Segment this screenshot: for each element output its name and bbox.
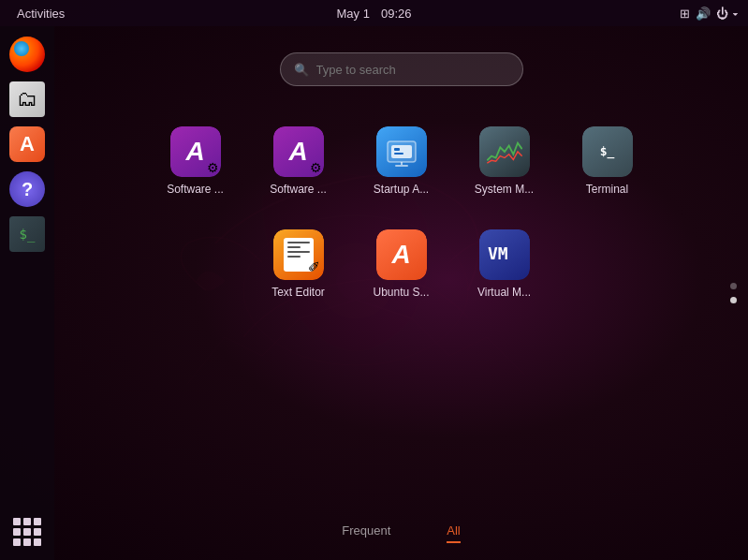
topbar-date: May 1 [337,7,370,21]
app-label-startup: Startup A... [374,183,429,196]
ubuntu-software-icon: A [376,229,427,280]
topbar-left: Activities [9,0,72,26]
app-label-virtualbox: Virtual M... [477,286,531,299]
search-bar[interactable]: 🔍 [280,52,523,86]
dock-item-terminal[interactable]: $_ [7,214,48,255]
app-row-1: A ⚙ Software ... A ⚙ Software ... [149,114,654,208]
help-icon: ? [9,171,45,207]
dock-bottom [7,511,48,560]
topbar-time: 09:26 [381,7,412,21]
page-dot-2[interactable] [730,297,737,303]
dock-item-software[interactable]: A [7,124,48,165]
volume-icon[interactable]: 🔊 [696,7,711,21]
startup-apps-icon [376,126,427,177]
power-icon[interactable]: ⏻ ▾ [716,7,739,21]
dock: A ? $_ [0,26,54,560]
app-item-terminal[interactable]: $_ Terminal [561,114,654,208]
bottom-tabs: Frequent All [54,523,748,543]
app-label-terminal: Terminal [586,183,628,196]
app-item-system-monitor[interactable]: System M... [458,114,551,208]
search-input[interactable] [316,63,509,77]
app-item-startup[interactable]: Startup A... [355,114,448,208]
terminal-icon: $_ [582,126,633,177]
grid-dot [13,518,21,525]
dock-item-firefox[interactable] [7,34,48,75]
svg-text:VM: VM [488,243,508,263]
app-item-virtualbox[interactable]: VM Virtual M... [458,217,551,311]
files-icon [9,81,45,117]
network-icon[interactable]: ⊞ [680,7,690,21]
app-item-text-editor[interactable]: ✏ Text Editor [252,217,345,311]
app-item-software-updater[interactable]: A ⚙ Software ... [149,114,242,208]
tab-all[interactable]: All [447,523,460,543]
grid-dot [23,528,31,536]
virtualbox-icon: VM [479,229,530,280]
topbar: Activities May 1 09:26 ⊞ 🔊 ⏻ ▾ [0,0,748,26]
grid-dot [34,528,41,536]
svg-rect-4 [391,145,412,158]
page-dots [730,283,737,303]
app-overlay: 🔍 A ⚙ Software ... A [54,26,748,560]
app-grid: A ⚙ Software ... A ⚙ Software ... [149,114,654,311]
appgrid-icon [9,514,45,550]
page-dot-1[interactable] [730,283,737,289]
topbar-center: May 1 09:26 [337,7,412,21]
app-label-text-editor: Text Editor [271,286,325,299]
svg-rect-8 [395,165,408,167]
app-item-software-center[interactable]: A ⚙ Software ... [252,114,345,208]
grid-dot [23,518,31,525]
grid-dot [34,538,41,546]
app-item-ubuntu-software[interactable]: A Ubuntu S... [355,217,448,311]
software-center-icon: A ⚙ [273,126,324,177]
software-updater-icon: A ⚙ [170,126,221,177]
search-icon: 🔍 [294,63,309,77]
app-row-2: ✏ Text Editor A Ubuntu S... [252,217,551,311]
system-monitor-icon [479,126,530,177]
app-label-software-updater: Software ... [167,183,224,196]
grid-dot [34,518,41,525]
svg-rect-6 [394,153,403,155]
grid-dot [13,538,21,546]
software-center-dock-icon: A [9,126,45,162]
grid-dot [13,528,21,536]
grid-dot [23,538,31,546]
app-label-system-monitor: System M... [475,183,534,196]
app-label-software-center: Software ... [270,183,327,196]
app-label-ubuntu-software: Ubuntu S... [373,286,429,299]
dock-item-appgrid[interactable] [7,511,48,553]
dock-item-files[interactable] [7,79,48,120]
topbar-right: ⊞ 🔊 ⏻ ▾ [680,7,739,21]
svg-rect-5 [394,148,400,151]
tab-frequent[interactable]: Frequent [342,523,390,543]
dock-item-help[interactable]: ? [7,169,48,210]
text-editor-icon: ✏ [273,229,324,280]
terminal-dock-icon: $_ [9,216,45,252]
activities-button[interactable]: Activities [9,0,72,26]
firefox-icon [9,37,45,72]
